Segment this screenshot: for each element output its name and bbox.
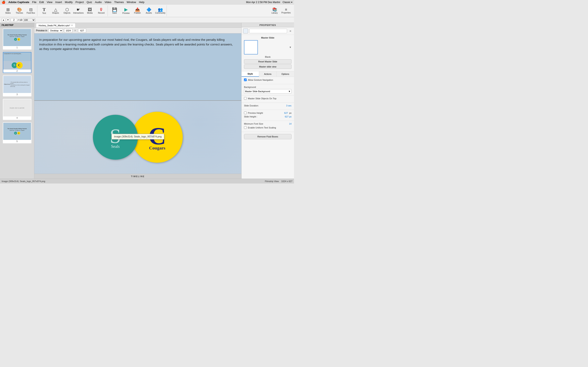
timeline-bar[interactable]: TIMELINE [34,174,241,179]
filmstrip-slide-1[interactable]: The Seals Penalty Killing Tutorial Game … [3,29,31,50]
file-tab[interactable]: Hockey_Seals PK_Martini.cptx* ✕ [36,23,76,27]
menu-modify[interactable]: Modify [65,1,72,4]
menu-view[interactable]: View [47,1,52,4]
shapes-button[interactable]: △ Shapes [50,5,61,16]
filmstrip-slide-5[interactable]: The Seals Penalty Killing Tutorial Game … [3,122,31,143]
main-toolbar: ⊞ Slides 🎨 Themes ⊟ Fluid Box T Text △ S… [0,4,294,17]
preview-in-label: Preview in [36,29,47,32]
tab-actions[interactable]: Actions [259,71,277,77]
master-objects-section: Master Slide Objects On Top [242,95,294,103]
menubar-datetime: Mon Apr 2 2:58 PM Des Martini [246,1,280,4]
slide-duration-row: Slide Duration: 3 sec [244,104,292,107]
preview-height-value[interactable]: 627 [284,112,288,114]
library-button[interactable]: 📚 Library [269,5,280,16]
background-dropdown[interactable]: Master Slide Background ▼ [244,89,292,94]
toolbar-text-group: T Text △ Shapes ⬡ Objects ☛ Interactions… [38,5,108,16]
preview-height-checkbox[interactable] [244,111,247,114]
fluidbox-label: Fluid Box [26,12,35,14]
props-search-input[interactable] [249,29,287,33]
master-objects-checkbox[interactable] [244,97,247,100]
objects-button[interactable]: ⬡ Objects [61,5,72,16]
master-view-button[interactable]: Master slide view [244,64,292,69]
save-button[interactable]: 💾 Save [109,5,120,16]
assets-button[interactable]: 🔷 Assets [143,5,154,16]
filmstrip-view-label[interactable]: Filmstrip View [265,180,279,183]
master-slide-title: Master Slide [244,36,292,39]
cougars-label: Cougars [149,145,165,151]
slide-number-1: 1 [3,46,31,49]
properties-button[interactable]: ≡ Properties [281,5,292,16]
menu-file[interactable]: File [32,1,36,4]
shapes-icon: △ [54,8,57,12]
nav-down-button[interactable]: ▼ [6,18,10,22]
themes-button[interactable]: 🎨 Themes [14,5,25,16]
menubar-left: 🍎 Adobe Captivate File Edit View Insert … [2,0,144,4]
menu-help[interactable]: Help [139,1,144,4]
master-slide-thumb[interactable] [244,40,258,54]
classic-mode[interactable]: Classic ▾ [283,1,292,4]
uniform-text-row: Enable Uniform Text Scaling [244,126,292,129]
toolbar-save-group: 💾 Save ▶ Preview 📤 Publish 🔷 Assets 👥 Co… [108,5,167,16]
fluidbox-icon: ⊟ [29,8,33,12]
allow-gesture-checkbox[interactable] [244,78,247,81]
tab-close-icon[interactable]: ✕ [71,24,73,27]
slide-number-3: 3 [3,93,31,96]
canvas-height-input[interactable] [78,29,86,33]
community-button[interactable]: 👥 Community [155,5,166,16]
current-page-input[interactable] [11,18,17,22]
fluidbox-button[interactable]: ⊟ Fluid Box [25,5,36,16]
interactions-button[interactable]: ☛ Interactions [73,5,84,16]
slide-thumb-3: Objectives • The penalty killers will kn… [3,76,31,93]
media-button[interactable]: 🖼 Media [84,5,95,16]
menu-project[interactable]: Project [76,1,84,4]
filmstrip-slide-3[interactable]: Objectives • The penalty killers will kn… [3,75,31,96]
menu-insert[interactable]: Insert [55,1,62,4]
menu-window[interactable]: Window [127,1,136,4]
menu-edit[interactable]: Edit [39,1,44,4]
nav-up-button[interactable]: ▲ [2,18,5,22]
slides-icon: ⊞ [6,8,10,12]
nav-bar: ▲ ▼ / 13 100 75 50 150 200 [0,17,294,23]
filmstrip-slide-2[interactable]: In preparation for our upcoming game... … [3,52,31,73]
canvas-area: Hockey_Seals PK_Martini.cptx* ✕ Preview … [34,23,241,179]
preview-button[interactable]: ▶ Preview [121,5,131,16]
menu-themes[interactable]: Themes [114,1,124,4]
preview-mode-select[interactable]: Desktop Mobile Tablet [48,29,63,33]
slides-label: Slides [5,12,11,14]
uniform-text-label: Enable Uniform Text Scaling [248,126,292,129]
preview-icon: ▶ [124,7,128,12]
apple-menu[interactable]: 🍎 [2,0,6,4]
record-button[interactable]: 🎙 Record [96,5,107,16]
total-pages: 13 [19,18,22,21]
slides-button[interactable]: ⊞ Slides [2,5,13,16]
menu-video[interactable]: Video [104,1,111,4]
reset-master-button[interactable]: Reset Master Slide [244,59,292,64]
publish-button[interactable]: 📤 Publish [132,5,143,16]
uniform-text-checkbox[interactable] [244,126,247,129]
zoom-select[interactable]: 100 75 50 150 200 [23,18,35,22]
min-font-value[interactable]: 14 [289,123,292,125]
properties-panel: PROPERTIES ≡ Master Slide ▼ Blank Reset … [241,23,294,179]
image-tooltip: Image (309x314): Seals_logo_957x974.png [112,134,164,140]
props-color-box[interactable] [243,29,248,33]
publish-icon: 📤 [135,8,140,12]
assets-label: Assets [146,12,152,14]
filmstrip: FILMSTRIP The Seals Penalty Killing Tuto… [0,23,34,179]
canvas-width-input[interactable] [64,29,72,33]
tab-style[interactable]: Style [242,71,259,77]
style-section: Allow Gesture Navigation [242,77,294,84]
text-button[interactable]: T Text [39,5,50,16]
filmstrip-slide-4[interactable]: Double click to add title 4 [3,99,31,120]
slide-duration-value[interactable]: 3 sec [286,104,292,107]
dim-separator: ✕ [73,29,77,32]
slide-text-area: In preparation for our upcoming game aga… [34,33,241,101]
objects-label: Objects [63,12,70,14]
tab-options[interactable]: Options [277,71,294,77]
menu-audio[interactable]: Audio [95,1,102,4]
interactions-icon: ☛ [77,8,80,12]
menu-quiz[interactable]: Quiz [86,1,92,4]
remove-fluid-button[interactable]: Remove Fluid Boxes [244,134,292,139]
props-menu-button[interactable]: ≡ [288,29,292,33]
master-dropdown-arrow: ▼ [289,46,292,49]
master-dropdown[interactable]: ▼ [259,46,292,49]
